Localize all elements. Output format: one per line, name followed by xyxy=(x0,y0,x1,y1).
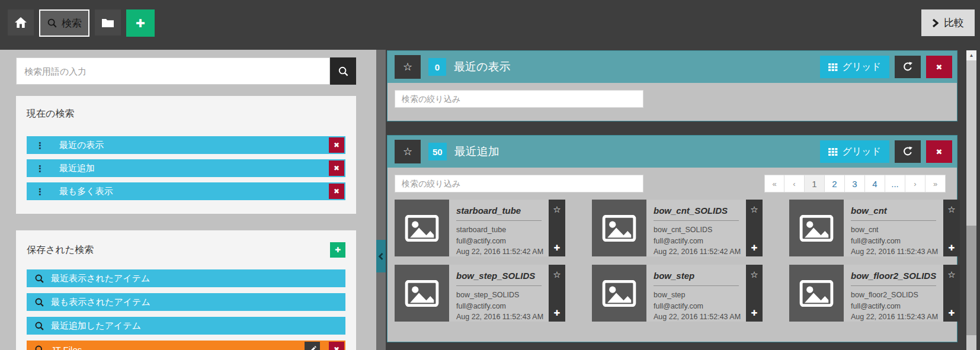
grid-view-button[interactable]: グリッド xyxy=(820,140,890,163)
saved-search-item[interactable]: 最近追加したアイテム xyxy=(27,317,345,335)
recent-added-body: «‹1234...›» starboard_tube starboard_tub… xyxy=(387,168,957,342)
saved-search-list: 最近表示されたアイテム 最も表示されたアイテム 最近追加したアイテム JT Fi… xyxy=(27,269,345,350)
results-grid: starboard_tube starboard_tube full@actif… xyxy=(395,200,950,322)
card-owner: full@actify.com xyxy=(654,236,739,247)
card-thumbnail[interactable] xyxy=(789,265,844,322)
card-title: bow_step_SOLIDS xyxy=(456,269,542,286)
collapse-sidebar-handle[interactable] xyxy=(376,240,386,272)
result-count-badge: 50 xyxy=(428,143,447,160)
close-icon: ✖ xyxy=(936,147,943,156)
pagination-button[interactable]: « xyxy=(764,175,784,192)
favorite-item-button[interactable]: ☆ xyxy=(750,204,758,215)
add-item-button[interactable]: ✚ xyxy=(949,243,955,252)
favorite-item-button[interactable]: ☆ xyxy=(750,269,758,280)
filter-results-input[interactable] xyxy=(395,175,643,192)
saved-search-item-label: 最近表示されたアイテム xyxy=(51,273,344,284)
search-term-input[interactable] xyxy=(16,57,330,85)
add-saved-search-button[interactable]: ✚ xyxy=(330,242,345,258)
result-card[interactable]: bow_step_SOLIDS bow_step_SOLIDS full@act… xyxy=(395,265,565,322)
search-submit-button[interactable] xyxy=(330,57,356,85)
add-item-button[interactable]: ✚ xyxy=(751,243,758,252)
pagination-button[interactable]: 3 xyxy=(845,175,865,192)
remove-search-button[interactable]: ✖ xyxy=(329,160,344,176)
favorite-item-button[interactable]: ☆ xyxy=(553,269,561,280)
remove-saved-search-button[interactable]: ✖ xyxy=(329,342,344,350)
scroll-up-arrow[interactable]: ▲ xyxy=(966,50,976,60)
pagination-button[interactable]: › xyxy=(905,175,925,192)
grid-view-button[interactable]: グリッド xyxy=(820,56,890,78)
chevron-right-icon xyxy=(932,18,939,28)
refresh-icon xyxy=(902,146,913,157)
result-card[interactable]: starboard_tube starboard_tube full@actif… xyxy=(395,200,565,256)
edit-saved-search-button[interactable] xyxy=(305,342,320,350)
card-owner: full@actify.com xyxy=(456,301,542,312)
saved-search-item-label: 最も表示されたアイテム xyxy=(51,297,344,308)
current-search-item[interactable]: ⋮ 最も多く表示 ✖ xyxy=(27,182,345,200)
card-thumbnail[interactable] xyxy=(592,265,646,322)
add-item-button[interactable]: ✚ xyxy=(751,309,758,317)
result-card[interactable]: bow_step bow_step full@actify.com Aug 22… xyxy=(592,265,763,322)
add-item-button[interactable]: ✚ xyxy=(949,309,955,317)
card-thumbnail[interactable] xyxy=(395,265,449,322)
results-region: ☆ 0 最近の表示 グリッド xyxy=(386,50,980,350)
close-panel-button[interactable]: ✖ xyxy=(926,140,952,163)
result-card[interactable]: bow_floor2_SOLIDS bow_floor2_SOLIDS full… xyxy=(789,265,960,322)
current-search-item[interactable]: ⋮ 最近追加 ✖ xyxy=(27,159,345,177)
favorite-item-button[interactable]: ☆ xyxy=(947,269,955,280)
pagination-button[interactable]: ... xyxy=(885,175,905,192)
card-thumbnail[interactable] xyxy=(592,200,646,256)
card-owner: full@actify.com xyxy=(654,301,739,312)
vertical-scrollbar[interactable]: ▲ xyxy=(966,50,976,350)
card-date: Aug 22, 2016 11:52:43 AM xyxy=(654,312,739,322)
add-button[interactable]: ✚ xyxy=(126,9,155,37)
pagination-current-page[interactable]: 1 xyxy=(805,175,825,192)
scrollbar-thumb[interactable] xyxy=(966,226,976,335)
home-button[interactable] xyxy=(8,9,34,36)
result-card[interactable]: bow_cnt_SOLIDS bow_cnt_SOLIDS full@actif… xyxy=(592,200,763,256)
favorite-panel-button[interactable]: ☆ xyxy=(395,55,421,79)
saved-search-item-label: JT Files xyxy=(51,345,298,350)
remove-search-button[interactable]: ✖ xyxy=(329,137,344,153)
search-tab-button[interactable]: 検索 xyxy=(39,9,89,37)
favorite-panel-button[interactable]: ☆ xyxy=(395,140,421,163)
card-title: bow_floor2_SOLIDS xyxy=(851,269,936,286)
refresh-button[interactable] xyxy=(895,140,921,163)
add-item-button[interactable]: ✚ xyxy=(554,243,561,252)
grid-view-label: グリッド xyxy=(843,61,882,73)
close-icon: ✖ xyxy=(334,187,340,195)
remove-search-button[interactable]: ✖ xyxy=(329,184,344,199)
current-search-item-label: 最も多く表示 xyxy=(59,186,329,197)
add-item-button[interactable]: ✚ xyxy=(554,309,561,317)
card-thumbnail[interactable] xyxy=(395,200,449,256)
refresh-button[interactable] xyxy=(895,56,921,78)
folder-button[interactable] xyxy=(95,9,121,36)
star-icon: ☆ xyxy=(403,60,412,73)
search-icon xyxy=(34,345,44,350)
current-search-item[interactable]: ⋮ 最近の表示 ✖ xyxy=(27,136,345,154)
filter-results-input[interactable] xyxy=(395,90,643,108)
saved-search-item[interactable]: 最近表示されたアイテム xyxy=(27,269,345,287)
favorite-item-button[interactable]: ☆ xyxy=(553,204,561,215)
close-icon: ✖ xyxy=(334,164,340,172)
drag-handle-icon[interactable]: ⋮ xyxy=(36,164,44,173)
recent-views-panel: ☆ 0 最近の表示 グリッド xyxy=(387,50,957,121)
image-placeholder-icon xyxy=(602,215,636,242)
panel-title: 最近追加 xyxy=(454,144,499,159)
drag-handle-icon[interactable]: ⋮ xyxy=(36,141,44,150)
card-info: bow_cnt bow_cnt full@actify.com Aug 22, … xyxy=(844,200,943,256)
saved-search-item[interactable]: 最も表示されたアイテム xyxy=(27,293,345,311)
favorite-item-button[interactable]: ☆ xyxy=(947,204,955,215)
close-icon: ✖ xyxy=(334,141,340,149)
result-card[interactable]: bow_cnt bow_cnt full@actify.com Aug 22, … xyxy=(789,200,960,256)
card-title: bow_cnt xyxy=(851,204,936,221)
card-thumbnail[interactable] xyxy=(789,200,844,256)
compare-button[interactable]: 比較 xyxy=(921,9,975,36)
close-panel-button[interactable]: ✖ xyxy=(926,56,952,78)
pagination-button[interactable]: 2 xyxy=(825,175,845,192)
saved-search-item[interactable]: JT Files ✖ xyxy=(27,341,345,350)
search-sidebar: 現在の検索 ⋮ 最近の表示 ✖ ⋮ 最近追加 ✖ ⋮ 最も多く表示 ✖ 保存され… xyxy=(0,50,376,350)
drag-handle-icon[interactable]: ⋮ xyxy=(36,187,44,196)
pagination-button[interactable]: 4 xyxy=(865,175,885,192)
pagination-button[interactable]: » xyxy=(925,175,946,192)
pagination-button[interactable]: ‹ xyxy=(784,175,805,192)
